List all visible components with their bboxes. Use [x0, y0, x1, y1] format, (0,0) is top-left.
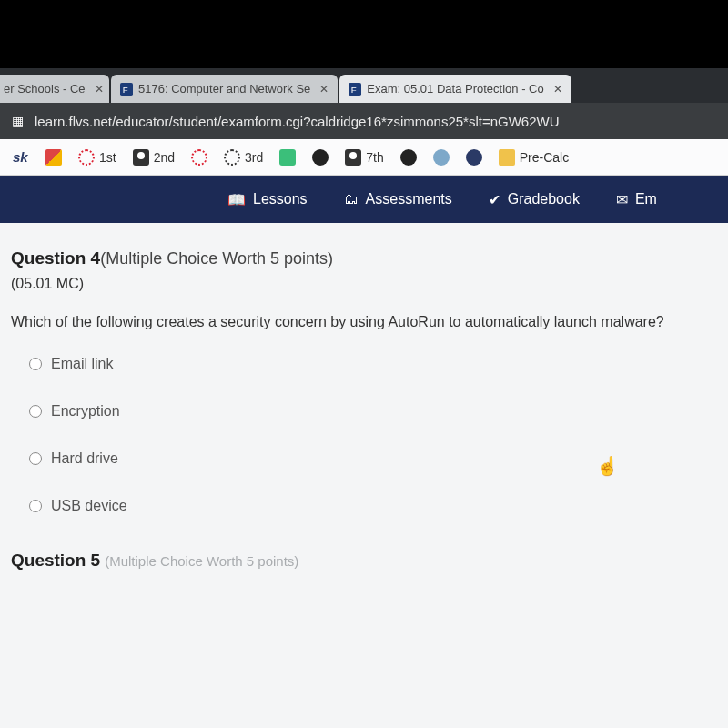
bookmark-circle-a[interactable] — [191, 149, 207, 166]
bookmark-label: Pre-Calc — [520, 150, 569, 165]
site-info-icon[interactable]: ▦ — [9, 113, 25, 129]
option-a[interactable]: Email link — [29, 356, 712, 372]
inbox-icon: 🗂 — [344, 191, 359, 207]
circle-icon — [191, 149, 207, 166]
bookmark-green[interactable] — [279, 149, 296, 166]
question-text: Which of the following creates a securit… — [11, 314, 712, 330]
question-number: Question 5 — [11, 551, 100, 570]
svg-text:F: F — [351, 84, 357, 94]
question-code: (05.01 MC) — [11, 276, 712, 292]
address-bar[interactable]: ▦ learn.flvs.net/educator/student/examfo… — [0, 103, 728, 139]
bookmark-label: 2nd — [154, 150, 175, 165]
bookmark-precalc[interactable]: Pre-Calc — [499, 149, 569, 166]
person-icon — [133, 149, 149, 166]
option-b[interactable]: Encryption — [29, 403, 712, 420]
app-icon — [466, 149, 482, 166]
nav-label: Assessments — [366, 191, 452, 207]
folder-icon — [499, 149, 515, 166]
radio-icon[interactable] — [29, 452, 42, 465]
app-icon — [433, 149, 450, 166]
browser-tab-0[interactable]: er Schools - Ce ✕ — [0, 75, 109, 103]
bookmark-globe[interactable] — [312, 149, 329, 166]
bookmark-gmail[interactable] — [46, 149, 62, 166]
radio-icon[interactable] — [29, 405, 42, 418]
bookmark-label: 3rd — [245, 150, 263, 165]
url-text: learn.flvs.net/educator/student/examform… — [35, 114, 560, 129]
bookmark-2nd[interactable]: 2nd — [133, 149, 175, 166]
favicon-icon: F — [349, 83, 361, 96]
nav-label: Em — [635, 191, 657, 207]
browser-tabbar: er Schools - Ce ✕ F 5176: Computer and N… — [0, 68, 728, 103]
nav-lessons[interactable]: 📖 Lessons — [228, 191, 308, 208]
bookmark-3rd[interactable]: 3rd — [224, 149, 263, 166]
option-label: Encryption — [51, 403, 120, 420]
browser-window: er Schools - Ce ✕ F 5176: Computer and N… — [0, 68, 728, 728]
bookmark-label: 7th — [366, 150, 383, 165]
check-icon: ✔ — [489, 191, 500, 208]
bookmark-globe2[interactable] — [400, 149, 417, 166]
nav-label: Gradebook — [508, 191, 580, 207]
close-icon[interactable]: ✕ — [95, 83, 104, 96]
bookmark-sky[interactable]: sk — [13, 149, 29, 166]
close-icon[interactable]: ✕ — [553, 83, 562, 96]
sky-icon: sk — [13, 149, 29, 166]
browser-tab-1[interactable]: F 5176: Computer and Network Se ✕ — [111, 75, 338, 103]
person-icon — [345, 149, 361, 166]
exam-content: Question 4(Multiple Choice Worth 5 point… — [0, 223, 728, 728]
option-label: Email link — [51, 356, 113, 372]
tab-title: 5176: Computer and Network Se — [138, 82, 310, 96]
option-d[interactable]: USB device — [29, 498, 712, 514]
answer-options: Email link Encryption Hard drive USB dev… — [11, 356, 712, 514]
question-header: Question 4(Multiple Choice Worth 5 point… — [11, 248, 712, 268]
svg-text:F: F — [123, 84, 128, 94]
gmail-icon — [46, 149, 62, 166]
tab-title: er Schools - Ce — [4, 82, 86, 96]
nav-assessments[interactable]: 🗂 Assessments — [344, 191, 452, 207]
book-icon: 📖 — [228, 191, 246, 208]
bookmarks-bar: sk 1st 2nd 3rd 7th Pre-Calc — [0, 139, 728, 176]
close-icon[interactable]: ✕ — [319, 83, 329, 96]
nav-gradebook[interactable]: ✔ Gradebook — [489, 191, 580, 208]
favicon-icon: F — [120, 83, 133, 96]
nav-email[interactable]: ✉ Em — [616, 191, 657, 208]
bookmark-frog[interactable] — [433, 149, 450, 166]
globe-icon — [400, 149, 417, 166]
app-nav: 📖 Lessons 🗂 Assessments ✔ Gradebook ✉ Em — [0, 176, 728, 223]
option-label: USB device — [51, 498, 127, 514]
question-meta: (Multiple Choice Worth 5 points) — [105, 553, 298, 569]
bookmark-label: 1st — [99, 150, 116, 165]
radio-icon[interactable] — [29, 500, 42, 512]
question-number: Question 4 — [11, 248, 100, 268]
bookmark-ball[interactable] — [466, 149, 482, 166]
tab-title: Exam: 05.01 Data Protection - Co — [367, 82, 543, 96]
option-label: Hard drive — [51, 450, 118, 467]
bookmark-1st[interactable]: 1st — [78, 149, 116, 166]
question-5-header: Question 5 (Multiple Choice Worth 5 poin… — [11, 551, 712, 571]
shield-icon — [279, 149, 296, 166]
radio-icon[interactable] — [29, 358, 42, 370]
globe-icon — [312, 149, 329, 166]
browser-tab-2[interactable]: F Exam: 05.01 Data Protection - Co ✕ — [339, 75, 571, 103]
question-meta: (Multiple Choice Worth 5 points) — [100, 249, 333, 268]
circle-icon — [78, 149, 95, 166]
circle-icon — [224, 149, 240, 166]
option-c[interactable]: Hard drive — [29, 450, 712, 467]
nav-label: Lessons — [253, 191, 308, 207]
bookmark-7th[interactable]: 7th — [345, 149, 383, 166]
mail-icon: ✉ — [616, 191, 628, 208]
